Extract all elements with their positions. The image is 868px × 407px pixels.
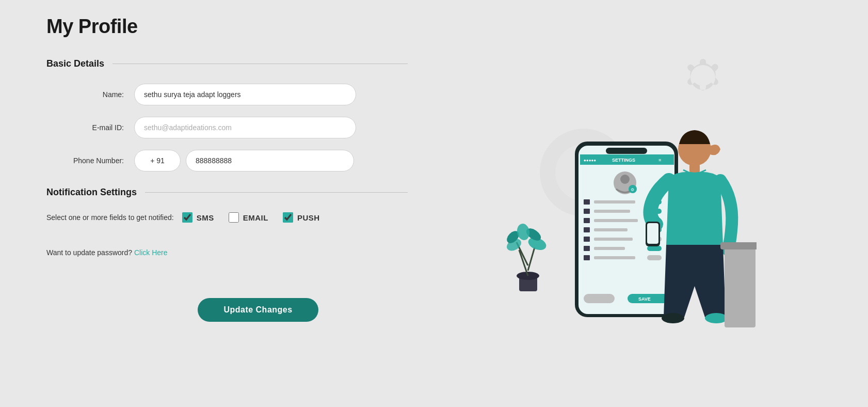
svg-rect-30: [584, 218, 590, 223]
svg-rect-34: [594, 228, 628, 231]
svg-rect-36: [584, 237, 590, 242]
svg-rect-55: [720, 242, 757, 249]
email-input[interactable]: [134, 117, 356, 138]
checkbox-group: SMS EMAIL PUSH: [182, 212, 320, 223]
phone-country-input[interactable]: [134, 150, 181, 171]
page-title: My Profile: [46, 15, 408, 38]
email-checkbox[interactable]: [229, 212, 239, 223]
svg-rect-45: [584, 294, 615, 303]
svg-text:SAVE: SAVE: [638, 296, 651, 302]
email-label: EMAIL: [243, 213, 268, 222]
basic-details-header: Basic Details: [46, 58, 408, 69]
svg-rect-44: [647, 255, 662, 260]
name-input[interactable]: [134, 84, 356, 105]
page-container: My Profile Basic Details Name: E-mail ID…: [0, 0, 868, 407]
svg-point-52: [662, 313, 684, 323]
svg-rect-40: [594, 247, 625, 250]
svg-rect-25: [594, 200, 635, 204]
svg-rect-14: [606, 148, 647, 154]
svg-rect-31: [594, 219, 638, 222]
notification-header: Notification Settings: [46, 187, 408, 198]
svg-point-21: [620, 175, 630, 184]
notification-label: Select one or more fields to get notifie…: [46, 213, 174, 222]
svg-text:⚙: ⚙: [631, 187, 634, 192]
name-label: Name:: [46, 90, 124, 99]
email-group: E-mail ID:: [46, 117, 408, 138]
svg-rect-39: [584, 246, 590, 251]
sms-checkbox-item[interactable]: SMS: [182, 212, 214, 223]
svg-text:‹: ‹: [584, 158, 585, 163]
update-changes-button[interactable]: Update Changes: [198, 298, 318, 322]
name-group: Name:: [46, 84, 408, 105]
svg-text:●●●●●: ●●●●●: [584, 158, 596, 163]
notification-divider: [145, 192, 408, 193]
notification-title: Notification Settings: [46, 187, 137, 198]
svg-rect-42: [584, 255, 590, 260]
svg-rect-43: [594, 256, 635, 259]
svg-rect-51: [647, 223, 658, 244]
basic-details-title: Basic Details: [46, 58, 104, 69]
svg-text:SETTINGS: SETTINGS: [612, 158, 635, 163]
svg-text:≡: ≡: [658, 158, 661, 163]
phone-label: Phone Number:: [46, 156, 124, 165]
email-checkbox-item[interactable]: EMAIL: [229, 212, 268, 223]
push-label: PUSH: [297, 213, 320, 222]
svg-line-5: [528, 247, 535, 271]
svg-rect-54: [725, 245, 756, 327]
password-text: Want to update password?: [46, 248, 132, 257]
notification-row: Select one or more fields to get notifie…: [46, 212, 408, 223]
push-checkbox-item[interactable]: PUSH: [283, 212, 320, 223]
phone-number-input[interactable]: [186, 150, 354, 171]
sms-checkbox[interactable]: [182, 212, 192, 223]
gear-decoration-icon: [672, 46, 734, 108]
email-label: E-mail ID:: [46, 123, 124, 132]
sms-label: SMS: [197, 213, 214, 222]
svg-rect-37: [594, 238, 633, 241]
password-link[interactable]: Click Here: [134, 248, 168, 257]
svg-rect-49: [689, 164, 700, 173]
illustration-area: ●●●●● SETTINGS ≡ ‹ ⚙: [408, 15, 837, 386]
password-section: Want to update password? Click Here: [46, 248, 408, 257]
basic-details-divider: [112, 64, 408, 64]
svg-point-11: [516, 223, 531, 241]
phone-inputs: [134, 150, 354, 171]
phone-person-illustration: ●●●●● SETTINGS ≡ ‹ ⚙: [488, 69, 757, 338]
push-checkbox[interactable]: [283, 212, 293, 223]
svg-rect-24: [584, 199, 590, 205]
phone-group: Phone Number:: [46, 150, 408, 171]
form-section: My Profile Basic Details Name: E-mail ID…: [46, 15, 408, 386]
svg-point-53: [705, 313, 728, 323]
svg-rect-27: [584, 209, 590, 214]
svg-rect-41: [647, 246, 662, 251]
svg-rect-33: [584, 227, 590, 232]
notification-section: Notification Settings Select one or more…: [46, 187, 408, 223]
update-button-row: Update Changes: [46, 298, 470, 322]
svg-rect-28: [594, 210, 630, 213]
